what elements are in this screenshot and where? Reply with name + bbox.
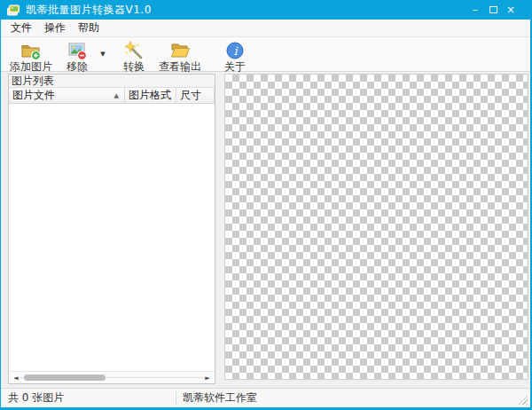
minimize-button[interactable]: –	[466, 2, 484, 18]
app-icon	[6, 3, 20, 17]
convert-wand-icon	[123, 40, 145, 61]
window-controls: – ×	[466, 2, 520, 18]
remove-dropdown-arrow-icon[interactable]: ▼	[97, 51, 109, 58]
scroll-left-icon[interactable]: ◄	[12, 375, 20, 382]
about-button[interactable]: i 关于	[215, 39, 254, 73]
about-label: 关于	[224, 61, 246, 73]
studio-name-text: 凯蒂软件工作室	[183, 390, 257, 406]
column-header-image-file[interactable]: 图片文件 ▲	[9, 88, 125, 103]
sort-asc-icon: ▲	[114, 92, 121, 99]
remove-image-button[interactable]: 移除	[58, 39, 97, 73]
view-output-folder-icon	[169, 40, 191, 61]
image-count-text: 共 0 张图片	[1, 390, 64, 406]
column-header-image-format[interactable]: 图片格式	[125, 88, 176, 103]
scroll-right-icon[interactable]: ►	[203, 375, 212, 382]
add-images-label: 添加图片	[10, 61, 52, 73]
convert-label: 转换	[123, 61, 145, 73]
window-title: 凯蒂批量图片转换器V1.0	[26, 3, 152, 18]
convert-button[interactable]: 转换	[114, 39, 153, 73]
menu-item-operation[interactable]: 操作	[38, 19, 72, 37]
menu-item-file[interactable]: 文件	[4, 19, 38, 37]
menu-item-help[interactable]: 帮助	[72, 19, 106, 37]
view-output-label: 查看输出	[159, 61, 201, 73]
status-bar: 共 0 张图片 凯蒂软件工作室	[1, 388, 530, 407]
app-window: 凯蒂批量图片转换器V1.0 – × 文件 操作 帮助 添加图片	[0, 0, 532, 410]
add-images-icon	[20, 40, 42, 61]
image-list-header: 图片文件 ▲ 图片格式 尺寸	[9, 88, 215, 104]
add-images-button[interactable]: 添加图片	[4, 39, 58, 73]
resize-grip[interactable]	[516, 393, 528, 405]
title-bar: 凯蒂批量图片转换器V1.0 – ×	[1, 0, 530, 20]
remove-image-label: 移除	[66, 61, 88, 73]
about-info-icon: i	[224, 40, 246, 61]
status-separator	[176, 391, 176, 405]
column-header-size[interactable]: 尺寸	[176, 88, 215, 103]
column-label: 图片文件	[12, 88, 55, 103]
image-list-title: 图片列表	[9, 75, 215, 88]
view-output-button[interactable]: 查看输出	[153, 39, 207, 73]
image-list-panel: 图片列表 图片文件 ▲ 图片格式 尺寸 ◄ ►	[8, 74, 215, 384]
image-list-body[interactable]	[9, 104, 215, 371]
close-button[interactable]: ×	[502, 2, 520, 18]
remove-image-icon	[66, 40, 88, 61]
horizontal-scrollbar[interactable]: ◄ ►	[9, 371, 215, 383]
maximize-button[interactable]	[484, 2, 502, 18]
column-label: 图片格式	[129, 88, 171, 103]
maximize-icon	[489, 6, 497, 13]
scrollbar-track[interactable]	[20, 374, 203, 382]
menu-bar: 文件 操作 帮助	[1, 20, 530, 37]
column-label: 尺寸	[180, 88, 201, 103]
preview-area	[224, 74, 528, 380]
scrollbar-thumb[interactable]	[24, 375, 106, 381]
toolbar: 添加图片 移除 ▼ 转换	[1, 37, 530, 72]
